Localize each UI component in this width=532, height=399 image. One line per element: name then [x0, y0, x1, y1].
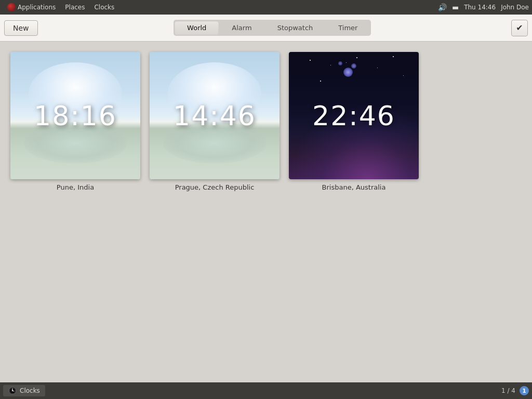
system-bar: Applications Places Clocks 🔊 ▬ Thu 14:46… [0, 0, 532, 15]
glow-star-3 [338, 61, 342, 65]
clock-time-brisbane: 22:46 [312, 100, 395, 131]
places-menu[interactable]: Places [61, 3, 89, 12]
applications-label: Applications [18, 4, 56, 11]
places-label: Places [65, 4, 85, 11]
taskbar-app-label: Clocks [20, 387, 40, 394]
taskbar: Clocks 1 / 4 1 [0, 382, 532, 399]
volume-icon[interactable]: 🔊 [438, 3, 447, 11]
star-2 [330, 65, 331, 65]
page-indicator: 1 / 4 [501, 387, 515, 394]
tab-world[interactable]: World [175, 21, 219, 35]
main-content: 18:16 Pune, India 14:46 Prague, Czech Re… [0, 42, 532, 202]
glow-star-1 [343, 68, 353, 77]
clock-card-brisbane[interactable]: 22:46 Brisbane, Australia [289, 52, 419, 191]
clock-image-prague: 14:46 [150, 52, 280, 179]
gnome-icon [7, 3, 16, 11]
star-4 [377, 68, 378, 68]
star-1 [310, 60, 311, 61]
tab-timer[interactable]: Timer [326, 21, 370, 35]
clock-card-pune[interactable]: 18:16 Pune, India [10, 52, 140, 191]
clock-time-pune: 18:16 [34, 100, 117, 131]
star-6 [403, 75, 404, 76]
taskbar-right: 1 / 4 1 [501, 386, 529, 395]
clock-time-prague: 14:46 [173, 100, 256, 131]
system-bar-right: 🔊 ▬ Thu 14:46 John Doe [438, 3, 529, 11]
checkmark-button[interactable]: ✔ [511, 20, 528, 36]
taskbar-clocks-icon [8, 387, 17, 395]
toolbar: New World Alarm Stopwatch Timer ✔ [0, 15, 532, 42]
system-bar-left: Applications Places Clocks [3, 2, 118, 12]
info-badge[interactable]: 1 [520, 386, 529, 395]
clock-image-pune: 18:16 [10, 52, 140, 179]
new-button[interactable]: New [4, 20, 38, 36]
clock-city-prague: Prague, Czech Republic [175, 183, 255, 191]
app-name-menu[interactable]: Clocks [90, 3, 118, 12]
clock-city-pune: Pune, India [57, 183, 94, 191]
star-8 [346, 62, 347, 63]
star-3 [356, 57, 357, 58]
clock-city-brisbane: Brisbane, Australia [322, 183, 386, 191]
tab-stopwatch[interactable]: Stopwatch [265, 21, 326, 35]
star-5 [393, 56, 394, 57]
star-7 [320, 81, 321, 82]
glow-star-2 [351, 63, 356, 69]
taskbar-clocks-app[interactable]: Clocks [3, 385, 45, 396]
datetime-display[interactable]: Thu 14:46 [464, 4, 496, 11]
checkmark-icon: ✔ [516, 23, 523, 33]
user-label[interactable]: John Doe [501, 4, 529, 11]
tab-alarm[interactable]: Alarm [219, 21, 264, 35]
clock-image-brisbane: 22:46 [289, 52, 419, 179]
svg-point-4 [12, 390, 13, 391]
clock-card-prague[interactable]: 14:46 Prague, Czech Republic [150, 52, 280, 191]
tab-group: World Alarm Stopwatch Timer [174, 20, 371, 36]
applications-menu[interactable]: Applications [3, 2, 60, 12]
app-name-label: Clocks [94, 4, 114, 11]
display-icon: ▬ [452, 3, 459, 11]
